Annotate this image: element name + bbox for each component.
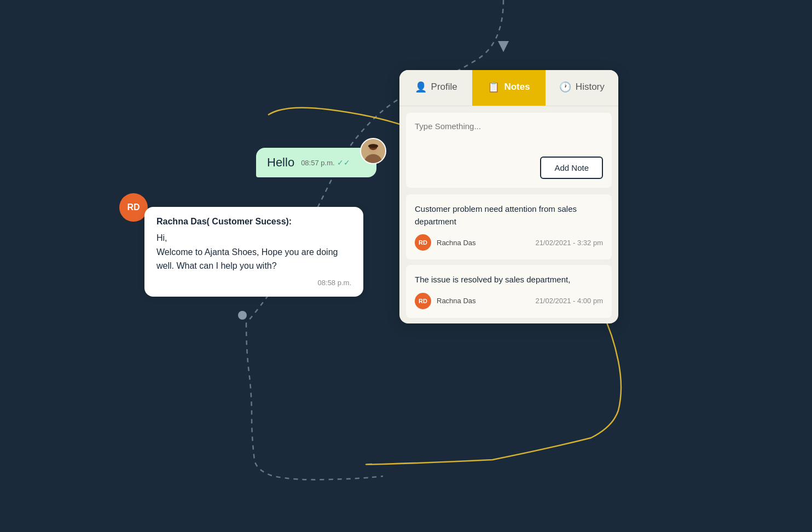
note-time: 21/02/2021 - 4:00 pm xyxy=(535,297,603,305)
user-avatar xyxy=(360,138,386,164)
note-input-area: Add Note xyxy=(406,113,612,188)
note-item: Customer problem need attention from sal… xyxy=(406,194,612,259)
hello-message-text: Hello xyxy=(267,155,294,170)
tab-history-label: History xyxy=(576,82,605,92)
chat-bubble-hello: Hello 08:57 p.m. ✓✓ xyxy=(256,148,376,177)
note-avatar: RD xyxy=(415,234,431,251)
connector-dot xyxy=(238,311,247,320)
tab-history[interactable]: 🕐 History xyxy=(546,70,618,106)
chat-bubble-rachna: Rachna Das( Customer Sucess): Hi,Welcome… xyxy=(144,207,363,297)
note-text: Customer problem need attention from sal… xyxy=(415,203,603,228)
right-panel: 👤 Profile 📋 Notes 🕐 History Add Note Cus… xyxy=(399,70,618,323)
note-avatar-initials: RD xyxy=(419,239,427,246)
note-author: Rachna Das xyxy=(437,297,476,305)
tabs-bar: 👤 Profile 📋 Notes 🕐 History xyxy=(399,70,618,106)
tab-notes-label: Notes xyxy=(504,82,530,92)
note-meta: RD Rachna Das 21/02/2021 - 4:00 pm xyxy=(415,293,603,309)
note-text: The issue is resolved by sales departmen… xyxy=(415,274,603,286)
svg-marker-0 xyxy=(498,41,509,52)
svg-point-4 xyxy=(368,144,378,148)
tab-profile[interactable]: 👤 Profile xyxy=(399,70,472,106)
note-meta: RD Rachna Das 21/02/2021 - 3:32 pm xyxy=(415,234,603,251)
note-avatar: RD xyxy=(415,293,431,309)
notes-icon: 📋 xyxy=(488,81,500,93)
hello-message-meta: 08:57 p.m. ✓✓ xyxy=(301,158,350,167)
rd-initials: RD xyxy=(127,203,140,212)
svg-point-1 xyxy=(364,154,382,164)
note-item: The issue is resolved by sales departmen… xyxy=(406,265,612,318)
tab-notes[interactable]: 📋 Notes xyxy=(472,70,545,106)
notes-content: Add Note Customer problem need attention… xyxy=(399,113,618,318)
note-time: 21/02/2021 - 3:32 pm xyxy=(535,239,603,247)
note-avatar-initials: RD xyxy=(419,298,427,304)
rd-avatar: RD xyxy=(119,193,148,222)
rachna-timestamp: 08:58 p.m. xyxy=(156,279,351,287)
sender-name: Rachna Das( Customer Sucess): xyxy=(156,217,351,227)
hello-timestamp: 08:57 p.m. xyxy=(301,159,334,167)
add-note-button[interactable]: Add Note xyxy=(540,157,603,179)
note-author: Rachna Das xyxy=(437,239,476,247)
history-icon: 🕐 xyxy=(559,81,571,93)
message-body: Hi,Welcome to Ajanta Shoes, Hope you are… xyxy=(156,231,351,273)
note-textarea[interactable] xyxy=(415,122,603,154)
profile-icon: 👤 xyxy=(415,81,427,93)
double-check-icon: ✓✓ xyxy=(337,158,350,167)
tab-profile-label: Profile xyxy=(431,82,457,92)
